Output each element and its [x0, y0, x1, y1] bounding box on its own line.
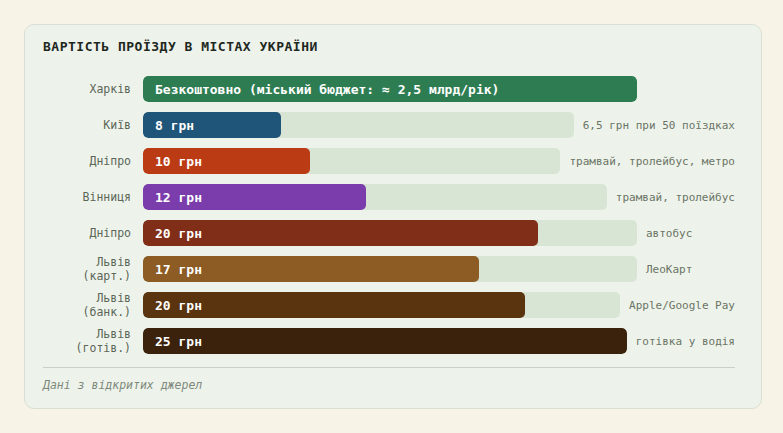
- bar-kharkiv: Безкоштовно (міський бюджет: ≈ 2,5 млрд/…: [143, 76, 637, 102]
- row-annotation: готівка у водія: [636, 335, 735, 348]
- bar-value-label: 20 грн: [143, 298, 202, 313]
- bar-lviv-bank: 20 грн: [143, 292, 525, 318]
- city-label: Харків: [43, 82, 131, 96]
- row-annotation: ЛеоКарт: [646, 263, 692, 276]
- bar-lviv-cash: 25 грн: [143, 328, 627, 354]
- chart-card: ВАРТІСТЬ ПРОЇЗДУ В МІСТАХ УКРАЇНИ Харків…: [24, 24, 762, 409]
- bar-vinnytsia: 12 грн: [143, 184, 366, 210]
- bar-track: 8 грн: [143, 112, 574, 138]
- chart-row-lviv-bank: Львів (банк.) 20 грн Apple/Google Pay: [43, 292, 735, 318]
- row-annotation: автобус: [646, 227, 692, 240]
- chart-title: ВАРТІСТЬ ПРОЇЗДУ В МІСТАХ УКРАЇНИ: [43, 39, 735, 54]
- bar-value-label: Безкоштовно (міський бюджет: ≈ 2,5 млрд/…: [143, 82, 499, 97]
- bar-value-label: 20 грн: [143, 226, 202, 241]
- chart-row-kharkiv: Харків Безкоштовно (міський бюджет: ≈ 2,…: [43, 76, 735, 102]
- chart-row-kyiv: Київ 8 грн 6,5 грн при 50 поїздках: [43, 112, 735, 138]
- bar-value-label: 8 грн: [143, 118, 194, 133]
- bar-value-label: 25 грн: [143, 334, 202, 349]
- source-note: Дані з відкритих джерел: [43, 378, 735, 392]
- bar-track: 17 грн: [143, 256, 637, 282]
- bar-lviv-card: 17 грн: [143, 256, 479, 282]
- city-label: Дніпро: [43, 226, 131, 240]
- bar-kyiv: 8 грн: [143, 112, 281, 138]
- bar-track: Безкоштовно (міський бюджет: ≈ 2,5 млрд/…: [143, 76, 637, 102]
- row-annotation: трамвай, тролейбус: [616, 191, 735, 204]
- bar-track: 20 грн: [143, 292, 620, 318]
- chart-row-vinnytsia: Вінниця 12 грн трамвай, тролейбус: [43, 184, 735, 210]
- bar-value-label: 17 грн: [143, 262, 202, 277]
- chart-row-lviv-card: Львів (карт.) 17 грн ЛеоКарт: [43, 256, 735, 282]
- row-annotation: трамвай, тролейбус, метро: [569, 155, 735, 168]
- row-annotation: 6,5 грн при 50 поїздках: [583, 119, 735, 132]
- city-label: Дніпро: [43, 154, 131, 168]
- city-label: Львів (банк.): [43, 291, 131, 320]
- bar-dnipro-bus: 20 грн: [143, 220, 538, 246]
- city-label: Вінниця: [43, 190, 131, 204]
- bar-track: 25 грн: [143, 328, 627, 354]
- city-label: Львів (готів.): [43, 327, 131, 356]
- city-label: Львів (карт.): [43, 255, 131, 284]
- footer-divider: [43, 367, 735, 368]
- bar-track: 10 грн: [143, 148, 560, 174]
- chart-row-lviv-cash: Львів (готів.) 25 грн готівка у водія: [43, 328, 735, 354]
- city-label: Київ: [43, 118, 131, 132]
- row-annotation: Apple/Google Pay: [629, 299, 735, 312]
- bar-dnipro-tram: 10 грн: [143, 148, 310, 174]
- bar-value-label: 12 грн: [143, 190, 202, 205]
- bar-track: 20 грн: [143, 220, 637, 246]
- bar-track: 12 грн: [143, 184, 607, 210]
- bar-value-label: 10 грн: [143, 154, 202, 169]
- chart-row-dnipro-tram: Дніпро 10 грн трамвай, тролейбус, метро: [43, 148, 735, 174]
- chart-row-dnipro-bus: Дніпро 20 грн автобус: [43, 220, 735, 246]
